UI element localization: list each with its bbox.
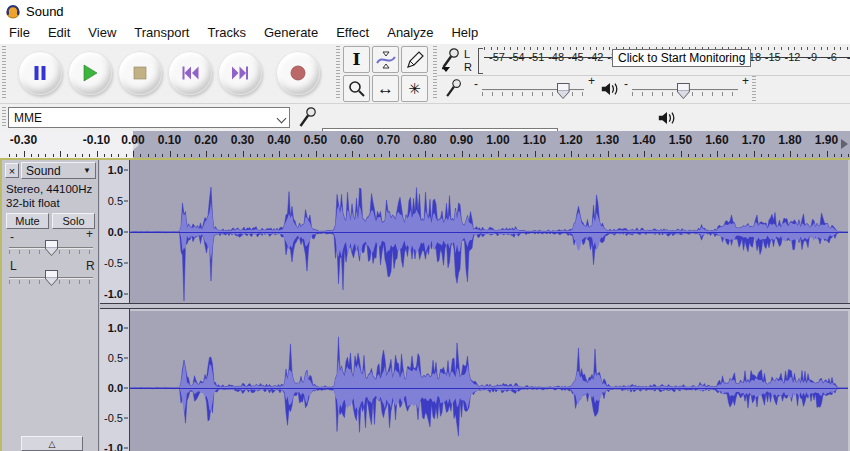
recording-meter[interactable]: L R -57-54-51-48-45-42-39-36-33-30-27-24…	[438, 45, 850, 75]
timeline-tick	[221, 154, 222, 157]
menu-file[interactable]: File	[0, 22, 39, 44]
timeline-tick	[308, 154, 309, 157]
stop-button[interactable]	[118, 51, 162, 95]
transport-toolbar-grip[interactable]	[2, 46, 6, 100]
timeline-tick	[323, 154, 324, 157]
timeline-tick	[38, 154, 39, 157]
vertical-scale-label: -1.0	[104, 442, 123, 451]
timeline-tick	[688, 154, 689, 157]
audacity-logo-icon	[5, 3, 21, 19]
timeline-tick	[301, 154, 302, 157]
menu-analyze[interactable]: Analyze	[378, 22, 442, 44]
timeline-tick	[520, 154, 521, 157]
record-volume-plus: +	[588, 76, 595, 86]
timeline-tick	[666, 154, 667, 157]
playback-volume-slider[interactable]	[677, 83, 690, 99]
tools-toolbar-grip[interactable]	[336, 46, 340, 100]
timeline-tick	[191, 154, 192, 157]
device-toolbar: MME Microphone (High Definition Au 2 (St…	[0, 104, 850, 132]
timeline-tick	[286, 154, 287, 157]
timeline-tick	[111, 154, 112, 157]
track-menu-dropdown-icon: ▼	[83, 166, 91, 175]
timeline-tick	[717, 151, 718, 157]
vertical-scale-tick	[124, 294, 128, 295]
menu-view[interactable]: View	[79, 22, 125, 44]
timeline-tick	[754, 151, 755, 157]
record-button[interactable]	[276, 51, 320, 95]
time-shift-tool-button[interactable]: ↔	[372, 75, 399, 102]
timeline-tick	[673, 154, 674, 157]
timeline-tick	[235, 154, 236, 157]
rewind-button[interactable]	[168, 51, 212, 95]
timeline-label: 0.20	[194, 133, 217, 147]
time-shift-tool-icon: ↔	[377, 80, 394, 97]
track-title-menu[interactable]: Sound ▼	[21, 162, 96, 179]
zoom-tool-button[interactable]	[343, 75, 370, 102]
timeline-tick	[257, 154, 258, 157]
timeline-tick	[140, 154, 141, 157]
timeline-tick	[24, 151, 25, 157]
timeline-tick	[279, 151, 280, 157]
menu-tracks[interactable]: Tracks	[198, 22, 255, 44]
timeline-tick	[264, 154, 265, 157]
timeline-tick	[272, 154, 273, 157]
timeline-tick	[432, 154, 433, 157]
timeline-tick	[483, 154, 484, 157]
timeline-tick	[294, 154, 295, 157]
timeline-tick	[104, 154, 105, 157]
timeline-label: 1.70	[742, 133, 765, 147]
waveform-channel-right[interactable]	[130, 311, 848, 451]
envelope-tool-button[interactable]	[372, 46, 399, 73]
timeline-tick	[45, 154, 46, 157]
timeline-tick	[396, 154, 397, 157]
timeline-tick	[819, 154, 820, 157]
timeline-tick	[126, 154, 127, 157]
draw-tool-button[interactable]	[401, 46, 428, 73]
menu-edit[interactable]: Edit	[39, 22, 79, 44]
timeline-tick	[16, 154, 17, 157]
menu-transport[interactable]: Transport	[125, 22, 198, 44]
play-button[interactable]	[68, 51, 112, 95]
waveform-channel-left[interactable]	[130, 160, 848, 303]
record-icon	[288, 63, 308, 83]
vertical-scale-tick	[124, 328, 128, 329]
pause-button[interactable]	[18, 51, 62, 95]
timeline-label: 1.90	[815, 133, 838, 147]
meter-toolbar-grip[interactable]	[433, 46, 437, 100]
playback-device-icon	[657, 110, 677, 126]
mute-button[interactable]: Mute	[6, 213, 49, 229]
fast-forward-button[interactable]	[218, 51, 262, 95]
host-select[interactable]: MME	[8, 107, 290, 128]
menu-generate[interactable]: Generate	[255, 22, 327, 44]
record-volume-slider[interactable]	[557, 83, 570, 99]
timeline-tick	[505, 154, 506, 157]
track-close-button[interactable]: ×	[5, 163, 19, 178]
timeline-tick	[549, 154, 550, 157]
timeline-ruler[interactable]: -0.30-0.100.000.100.200.300.400.500.600.…	[0, 131, 850, 158]
timeline-tick	[118, 154, 119, 157]
device-toolbar-grip[interactable]	[2, 107, 6, 128]
vertical-scale-tick	[124, 358, 128, 359]
vertical-scale-label: -0.5	[104, 412, 123, 424]
timeline-tick	[345, 154, 346, 157]
timeline-tick	[761, 154, 762, 157]
timeline-tick	[637, 154, 638, 157]
timeline-tick	[535, 151, 536, 157]
edit-toolbar-grip[interactable]	[752, 76, 756, 102]
timeline-tick	[199, 154, 200, 157]
selection-tool-button[interactable]: I	[343, 46, 370, 73]
timeline-tick	[834, 154, 835, 157]
menu-effect[interactable]: Effect	[327, 22, 378, 44]
meter-dropdown-icon[interactable]	[442, 67, 450, 72]
menu-help[interactable]: Help	[442, 22, 487, 44]
selection-tool-icon: I	[353, 51, 361, 68]
meter-bracket-stub	[478, 73, 483, 74]
multi-tool-button[interactable]: ✳	[401, 75, 428, 102]
ruler-scroll-arrow-icon[interactable]	[841, 139, 848, 149]
timeline-tick	[403, 154, 404, 157]
timeline-tick	[170, 151, 171, 157]
track-collapse-button[interactable]: △	[21, 436, 83, 451]
timeline-tick	[337, 154, 338, 157]
timeline-tick	[732, 154, 733, 157]
track-info-format: Stereo, 44100Hz	[6, 183, 92, 195]
